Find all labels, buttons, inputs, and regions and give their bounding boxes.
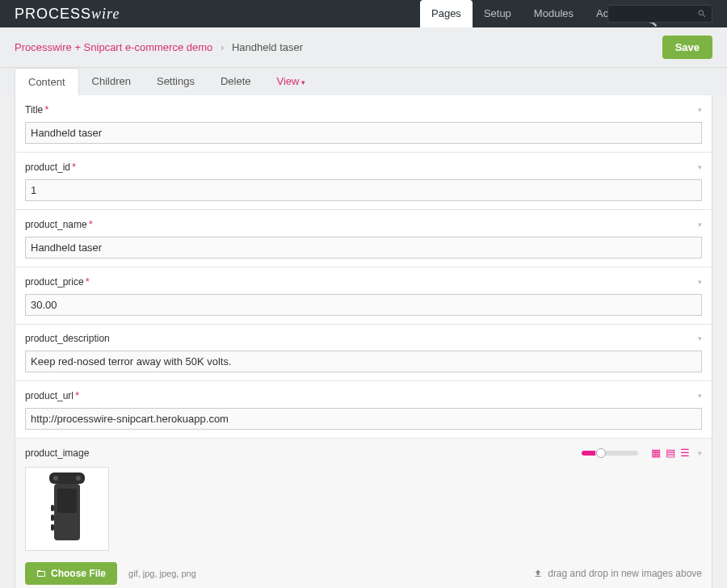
svg-point-2	[76, 476, 81, 481]
collapse-icon[interactable]: ▾	[698, 106, 702, 114]
field-title: Title* ▾	[15, 95, 712, 152]
chevron-down-icon: ▾	[301, 78, 305, 86]
list-left-view-icon[interactable]: ▤	[666, 447, 675, 459]
tab-view[interactable]: View▾	[264, 68, 319, 95]
field-product-name: product_name* ▾	[15, 209, 712, 267]
allowed-extensions: gif, jpg, jpeg, png	[128, 569, 196, 578]
svg-rect-7	[51, 524, 54, 531]
breadcrumb: Processwire + Snipcart e-commerce demo ›…	[15, 41, 303, 53]
field-label: product_price	[25, 276, 84, 288]
field-product-url: product_url* ▾	[15, 380, 712, 438]
svg-rect-6	[51, 514, 54, 521]
field-product-description: product_description ▾	[15, 324, 712, 380]
view-mode-icons: ▦ ▤ ☰	[646, 447, 690, 459]
required-marker: *	[89, 218, 93, 230]
svg-point-1	[53, 476, 58, 481]
required-marker: *	[44, 103, 48, 116]
required-marker: *	[75, 389, 79, 401]
collapse-icon[interactable]: ▾	[698, 163, 702, 171]
field-product-image: product_image ▦ ▤ ☰ ▾	[15, 438, 712, 588]
image-thumbnail[interactable]	[25, 467, 109, 551]
nav-pages[interactable]: Pages	[420, 0, 473, 27]
logo: PROCESSwire	[15, 6, 120, 23]
required-marker: *	[72, 161, 76, 173]
list-view-icon[interactable]: ☰	[680, 447, 690, 459]
upload-icon	[533, 569, 543, 578]
dropzone-hint: drag and drop in new images above	[533, 568, 702, 579]
collapse-icon[interactable]: ▾	[698, 392, 702, 400]
nav-setup[interactable]: Setup	[473, 0, 523, 27]
breadcrumb-link[interactable]: Processwire + Snipcart e-commerce demo	[15, 41, 212, 53]
tabs: Content Children Settings Delete View▾	[0, 68, 727, 95]
folder-open-icon	[36, 569, 46, 578]
field-product-price: product_price* ▾	[15, 267, 712, 324]
product-description-input[interactable]	[25, 351, 702, 372]
search-input[interactable]	[607, 5, 712, 23]
product-id-input[interactable]	[25, 179, 702, 201]
field-label: product_url	[25, 390, 74, 401]
field-label: product_name	[25, 219, 87, 230]
field-label: product_image	[25, 447, 89, 459]
field-label: product_description	[25, 333, 110, 344]
required-marker: *	[86, 275, 90, 288]
field-product-id: product_id* ▾	[15, 152, 712, 209]
tab-settings[interactable]: Settings	[144, 68, 208, 95]
nav-modules[interactable]: Modules	[523, 0, 585, 27]
tab-delete[interactable]: Delete	[208, 68, 264, 95]
tab-content[interactable]: Content	[15, 68, 79, 95]
product-url-input[interactable]	[25, 408, 702, 430]
tab-children[interactable]: Children	[79, 68, 144, 95]
collapse-icon[interactable]: ▾	[698, 278, 702, 286]
svg-rect-4	[57, 489, 77, 513]
chevron-right-icon: ›	[221, 41, 224, 53]
product-name-input[interactable]	[25, 237, 702, 258]
title-input[interactable]	[25, 122, 702, 144]
breadcrumb-current: Handheld taser	[232, 41, 303, 53]
field-label: Title	[25, 104, 43, 116]
collapse-icon[interactable]: ▾	[698, 334, 702, 342]
field-label: product_id	[25, 162, 70, 173]
topbar: PROCESSwire Pages Setup Modules Access	[0, 0, 727, 27]
content-panel: Title* ▾ product_id* ▾ product_name* ▾ p…	[15, 95, 712, 588]
search-icon	[697, 9, 707, 19]
choose-file-button[interactable]: Choose File	[25, 562, 117, 585]
collapse-icon[interactable]: ▾	[698, 449, 702, 457]
svg-rect-5	[51, 505, 54, 511]
subheader: Processwire + Snipcart e-commerce demo ›…	[0, 27, 727, 68]
collapse-icon[interactable]: ▾	[698, 220, 702, 229]
save-button[interactable]: Save	[662, 36, 712, 59]
zoom-slider[interactable]	[582, 451, 638, 456]
product-price-input[interactable]	[25, 294, 702, 316]
grid-view-icon[interactable]: ▦	[651, 447, 661, 459]
